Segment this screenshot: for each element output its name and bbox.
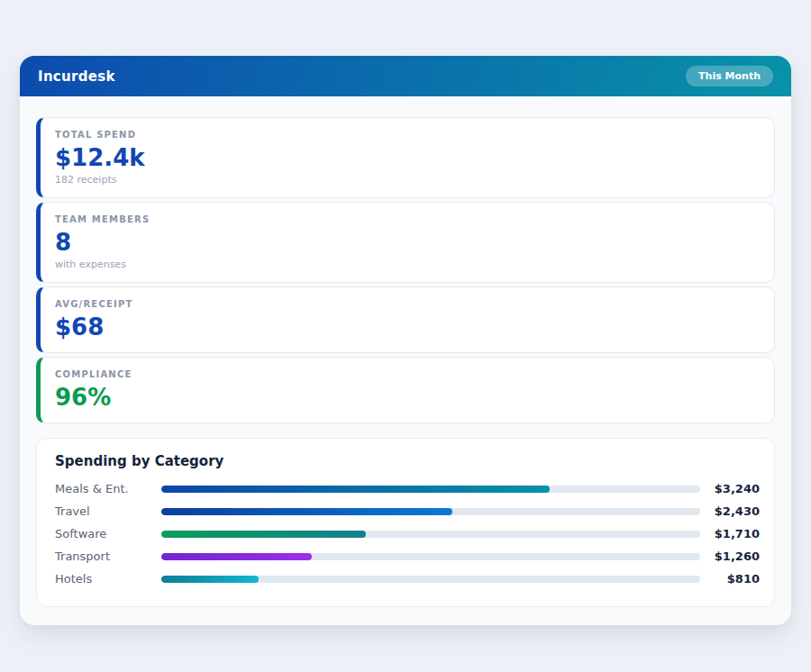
stat-value: $12.4k: [55, 143, 760, 172]
category-bar-fill: [161, 508, 452, 515]
category-label: Meals & Ent.: [55, 482, 161, 495]
stat-subtext: 182 receipts: [55, 174, 760, 186]
app-title: Incurdesk: [38, 68, 115, 85]
category-value: $1,260: [700, 549, 760, 563]
category-row-software: Software $1,710: [55, 522, 760, 545]
category-bar-track: [161, 486, 700, 493]
stat-value: $68: [55, 313, 760, 341]
category-bar-fill: [161, 553, 312, 560]
period-badge[interactable]: This Month: [686, 66, 773, 86]
category-bar-fill: [161, 486, 550, 493]
stat-card-compliance: COMPLIANCE 96%: [36, 357, 775, 423]
stat-label: TEAM MEMBERS: [55, 213, 760, 225]
spending-by-category-panel: Spending by Category Meals & Ent. $3,240…: [36, 438, 775, 607]
category-row-meals: Meals & Ent. $3,240: [55, 477, 760, 500]
category-row-transport: Transport $1,260: [55, 545, 760, 568]
category-label: Hotels: [55, 572, 161, 586]
stat-value: 96%: [55, 383, 760, 412]
app-window: Incurdesk This Month TOTAL SPEND $12.4k …: [20, 56, 791, 625]
stat-label: AVG/RECEIPT: [55, 298, 760, 310]
category-row-hotels: Hotels $810: [55, 568, 760, 590]
stat-value: 8: [55, 228, 760, 257]
category-value: $3,240: [700, 482, 760, 495]
category-bar-track: [161, 508, 700, 515]
category-label: Travel: [55, 504, 161, 518]
category-value: $810: [700, 572, 760, 586]
stat-label: COMPLIANCE: [55, 368, 760, 380]
category-row-travel: Travel $2,430: [55, 500, 760, 522]
panel-title: Spending by Category: [55, 453, 760, 469]
stat-card-team-members: TEAM MEMBERS 8 with expenses: [36, 202, 775, 283]
category-label: Transport: [55, 549, 161, 563]
category-value: $1,710: [700, 527, 760, 540]
stat-card-total-spend: TOTAL SPEND $12.4k 182 receipts: [36, 117, 775, 198]
app-body: TOTAL SPEND $12.4k 182 receipts TEAM MEM…: [20, 96, 791, 625]
category-bar-fill: [161, 576, 259, 583]
category-bar-track: [161, 531, 700, 538]
category-label: Software: [55, 527, 161, 540]
app-header: Incurdesk This Month: [20, 56, 791, 96]
category-bar-track: [161, 553, 700, 560]
stat-card-avg-receipt: AVG/RECEIPT $68: [36, 286, 775, 353]
category-bar-fill: [161, 531, 366, 538]
stat-subtext: with expenses: [55, 259, 760, 271]
stat-label: TOTAL SPEND: [55, 129, 760, 141]
category-bar-track: [161, 576, 700, 583]
category-value: $2,430: [700, 504, 760, 518]
